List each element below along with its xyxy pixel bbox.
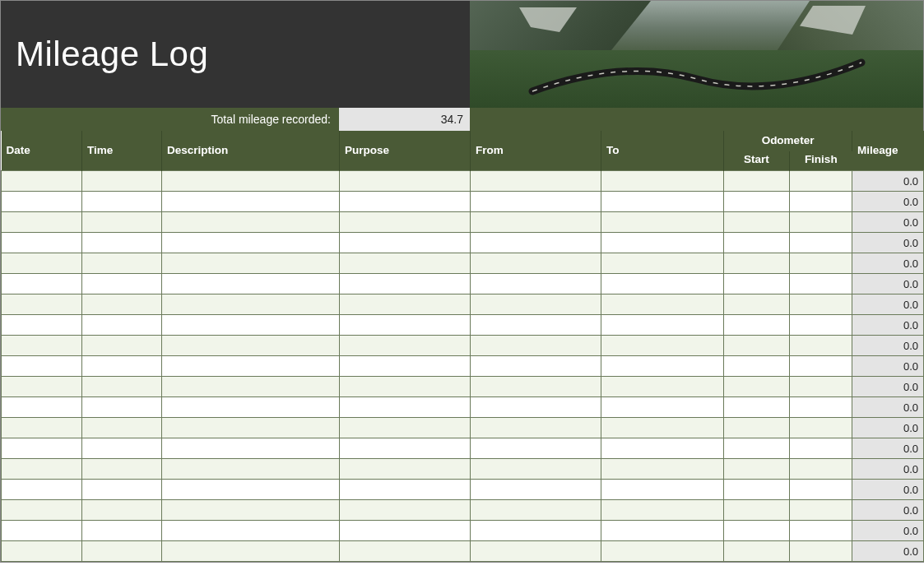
cell-purpose[interactable] <box>340 377 471 397</box>
cell-from[interactable] <box>471 397 601 418</box>
cell-mileage[interactable]: 0.0 <box>852 336 924 356</box>
cell-from[interactable] <box>471 480 601 500</box>
cell-time[interactable] <box>82 253 162 274</box>
cell-from[interactable] <box>471 294 601 315</box>
cell-description[interactable] <box>162 233 340 253</box>
cell-date[interactable] <box>2 500 82 521</box>
cell-ofinish[interactable] <box>790 212 852 233</box>
cell-date[interactable] <box>2 233 82 253</box>
cell-time[interactable] <box>82 274 162 294</box>
cell-ofinish[interactable] <box>790 438 852 459</box>
cell-date[interactable] <box>2 521 82 541</box>
cell-mileage[interactable]: 0.0 <box>852 480 924 500</box>
cell-to[interactable] <box>601 541 724 562</box>
cell-from[interactable] <box>471 356 601 377</box>
cell-description[interactable] <box>162 294 340 315</box>
cell-ofinish[interactable] <box>790 480 852 500</box>
cell-description[interactable] <box>162 418 340 438</box>
cell-time[interactable] <box>82 233 162 253</box>
cell-mileage[interactable]: 0.0 <box>852 356 924 377</box>
cell-purpose[interactable] <box>340 541 471 562</box>
cell-from[interactable] <box>471 192 601 212</box>
cell-description[interactable] <box>162 480 340 500</box>
cell-purpose[interactable] <box>340 274 471 294</box>
cell-ofinish[interactable] <box>790 233 852 253</box>
cell-from[interactable] <box>471 541 601 562</box>
cell-to[interactable] <box>601 459 724 480</box>
cell-from[interactable] <box>471 521 601 541</box>
cell-time[interactable] <box>82 377 162 397</box>
cell-ostart[interactable] <box>724 192 790 212</box>
cell-time[interactable] <box>82 480 162 500</box>
cell-date[interactable] <box>2 480 82 500</box>
cell-to[interactable] <box>601 356 724 377</box>
cell-description[interactable] <box>162 315 340 336</box>
cell-mileage[interactable]: 0.0 <box>852 438 924 459</box>
cell-mileage[interactable]: 0.0 <box>852 192 924 212</box>
cell-ostart[interactable] <box>724 480 790 500</box>
cell-ofinish[interactable] <box>790 336 852 356</box>
cell-from[interactable] <box>471 212 601 233</box>
cell-ofinish[interactable] <box>790 500 852 521</box>
cell-from[interactable] <box>471 500 601 521</box>
cell-to[interactable] <box>601 274 724 294</box>
cell-time[interactable] <box>82 315 162 336</box>
cell-date[interactable] <box>2 171 82 192</box>
cell-mileage[interactable]: 0.0 <box>852 541 924 562</box>
cell-to[interactable] <box>601 521 724 541</box>
cell-time[interactable] <box>82 294 162 315</box>
cell-description[interactable] <box>162 171 340 192</box>
cell-ostart[interactable] <box>724 438 790 459</box>
cell-time[interactable] <box>82 356 162 377</box>
cell-to[interactable] <box>601 233 724 253</box>
cell-date[interactable] <box>2 274 82 294</box>
cell-purpose[interactable] <box>340 397 471 418</box>
cell-from[interactable] <box>471 233 601 253</box>
cell-to[interactable] <box>601 438 724 459</box>
cell-ostart[interactable] <box>724 233 790 253</box>
cell-time[interactable] <box>82 192 162 212</box>
cell-ofinish[interactable] <box>790 377 852 397</box>
cell-to[interactable] <box>601 480 724 500</box>
cell-description[interactable] <box>162 521 340 541</box>
cell-ostart[interactable] <box>724 315 790 336</box>
cell-to[interactable] <box>601 212 724 233</box>
cell-to[interactable] <box>601 315 724 336</box>
cell-purpose[interactable] <box>340 521 471 541</box>
cell-time[interactable] <box>82 171 162 192</box>
cell-purpose[interactable] <box>340 356 471 377</box>
cell-time[interactable] <box>82 438 162 459</box>
cell-from[interactable] <box>471 274 601 294</box>
cell-mileage[interactable]: 0.0 <box>852 294 924 315</box>
cell-ofinish[interactable] <box>790 418 852 438</box>
cell-ostart[interactable] <box>724 212 790 233</box>
cell-description[interactable] <box>162 500 340 521</box>
total-value-cell[interactable]: 34.7 <box>339 108 470 131</box>
cell-to[interactable] <box>601 336 724 356</box>
cell-ofinish[interactable] <box>790 541 852 562</box>
cell-mileage[interactable]: 0.0 <box>852 500 924 521</box>
cell-purpose[interactable] <box>340 171 471 192</box>
cell-from[interactable] <box>471 418 601 438</box>
cell-purpose[interactable] <box>340 418 471 438</box>
cell-ostart[interactable] <box>724 253 790 274</box>
cell-ofinish[interactable] <box>790 294 852 315</box>
cell-description[interactable] <box>162 212 340 233</box>
cell-mileage[interactable]: 0.0 <box>852 397 924 418</box>
cell-date[interactable] <box>2 294 82 315</box>
cell-from[interactable] <box>471 336 601 356</box>
cell-date[interactable] <box>2 397 82 418</box>
cell-description[interactable] <box>162 541 340 562</box>
cell-time[interactable] <box>82 500 162 521</box>
cell-description[interactable] <box>162 438 340 459</box>
cell-to[interactable] <box>601 500 724 521</box>
cell-time[interactable] <box>82 418 162 438</box>
cell-description[interactable] <box>162 336 340 356</box>
cell-ostart[interactable] <box>724 171 790 192</box>
cell-ostart[interactable] <box>724 500 790 521</box>
cell-purpose[interactable] <box>340 294 471 315</box>
cell-time[interactable] <box>82 397 162 418</box>
cell-mileage[interactable]: 0.0 <box>852 377 924 397</box>
cell-ofinish[interactable] <box>790 253 852 274</box>
cell-from[interactable] <box>471 377 601 397</box>
